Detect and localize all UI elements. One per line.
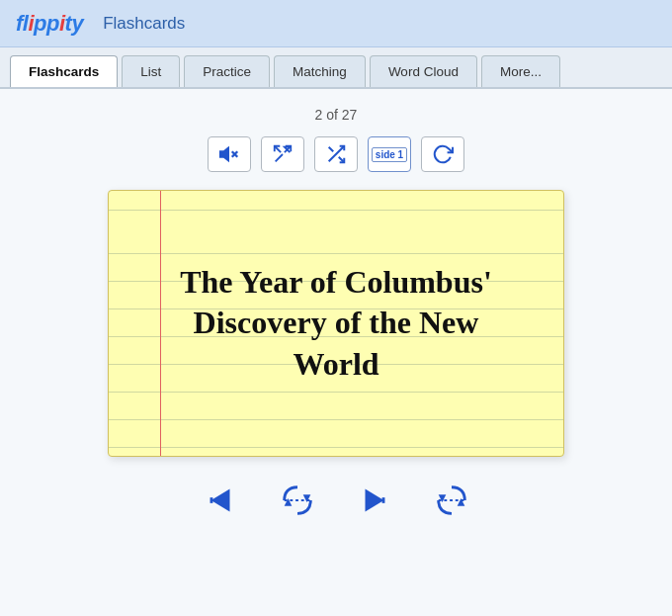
tabs-bar: Flashcards List Practice Matching Word C… [0, 47, 672, 89]
svg-marker-0 [220, 148, 228, 161]
back-button[interactable] [196, 479, 245, 522]
controls-row: side 1 [208, 136, 464, 172]
main-content: 2 of 27 [0, 89, 672, 616]
tab-more[interactable]: More... [481, 55, 560, 87]
rotate-button[interactable] [421, 136, 464, 172]
tab-flashcards[interactable]: Flashcards [10, 55, 118, 87]
shuffle-button[interactable] [314, 136, 358, 172]
tab-word-cloud[interactable]: Word Cloud [370, 55, 477, 87]
tab-practice[interactable]: Practice [184, 55, 270, 87]
side-button[interactable]: side 1 [368, 136, 411, 172]
header-title: Flashcards [103, 14, 185, 34]
flip-down-button[interactable] [273, 479, 322, 522]
forward-button[interactable] [350, 479, 399, 522]
svg-rect-9 [210, 497, 213, 503]
flashcard[interactable]: The Year of Columbus' Discovery of the N… [108, 190, 564, 457]
svg-marker-13 [366, 489, 384, 512]
svg-marker-8 [211, 489, 230, 512]
mute-button[interactable] [208, 136, 251, 172]
fullscreen-button[interactable] [261, 136, 304, 172]
header: flippity Flashcards [0, 0, 672, 47]
nav-row [196, 479, 476, 522]
tab-matching[interactable]: Matching [274, 55, 366, 87]
svg-rect-14 [382, 497, 385, 503]
flip-up-button[interactable] [427, 479, 476, 522]
tab-list[interactable]: List [122, 55, 180, 87]
card-counter: 2 of 27 [315, 107, 358, 123]
svg-line-3 [275, 146, 281, 152]
logo: flippity [16, 11, 83, 37]
flashcard-text: The Year of Columbus' Discovery of the N… [148, 262, 524, 386]
svg-line-7 [329, 147, 334, 152]
